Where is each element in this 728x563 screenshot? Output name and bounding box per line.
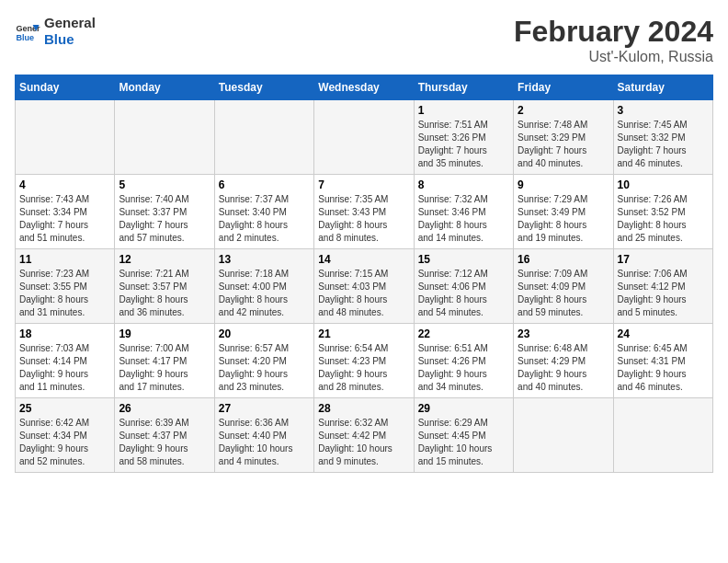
day-number: 27 bbox=[219, 402, 310, 415]
calendar-table: SundayMondayTuesdayWednesdayThursdayFrid… bbox=[15, 75, 713, 473]
day-info: Sunrise: 7:09 AM Sunset: 4:09 PM Dayligh… bbox=[518, 268, 609, 319]
calendar-cell: 7Sunrise: 7:35 AM Sunset: 3:43 PM Daylig… bbox=[314, 175, 414, 249]
day-info: Sunrise: 6:51 AM Sunset: 4:26 PM Dayligh… bbox=[418, 342, 509, 394]
page-header: General Blue General Blue February 2024 … bbox=[15, 15, 713, 65]
day-number: 19 bbox=[119, 327, 210, 340]
day-number: 10 bbox=[618, 178, 709, 191]
weekday-header-saturday: Saturday bbox=[613, 75, 712, 100]
day-number: 3 bbox=[618, 104, 709, 117]
calendar-cell: 26Sunrise: 6:39 AM Sunset: 4:37 PM Dayli… bbox=[115, 398, 214, 473]
day-info: Sunrise: 6:39 AM Sunset: 4:37 PM Dayligh… bbox=[119, 417, 210, 468]
calendar-cell: 21Sunrise: 6:54 AM Sunset: 4:23 PM Dayli… bbox=[314, 324, 414, 398]
day-number: 12 bbox=[119, 253, 210, 266]
day-info: Sunrise: 7:21 AM Sunset: 3:57 PM Dayligh… bbox=[119, 268, 210, 319]
calendar-week-row: 25Sunrise: 6:42 AM Sunset: 4:34 PM Dayli… bbox=[16, 398, 713, 473]
weekday-header-sunday: Sunday bbox=[16, 75, 115, 100]
day-info: Sunrise: 7:18 AM Sunset: 4:00 PM Dayligh… bbox=[219, 268, 310, 319]
weekday-header-friday: Friday bbox=[514, 75, 613, 100]
calendar-cell: 23Sunrise: 6:48 AM Sunset: 4:29 PM Dayli… bbox=[514, 324, 613, 398]
calendar-cell: 25Sunrise: 6:42 AM Sunset: 4:34 PM Dayli… bbox=[16, 398, 115, 473]
title-section: February 2024 Ust'-Kulom, Russia bbox=[514, 15, 713, 65]
day-info: Sunrise: 6:45 AM Sunset: 4:31 PM Dayligh… bbox=[618, 342, 709, 394]
calendar-cell: 28Sunrise: 6:32 AM Sunset: 4:42 PM Dayli… bbox=[314, 398, 414, 473]
calendar-cell: 8Sunrise: 7:32 AM Sunset: 3:46 PM Daylig… bbox=[414, 175, 513, 249]
weekday-header-monday: Monday bbox=[115, 75, 214, 100]
day-number: 23 bbox=[518, 327, 609, 340]
day-number: 24 bbox=[618, 327, 709, 340]
day-number: 1 bbox=[418, 104, 509, 117]
day-number: 16 bbox=[518, 253, 609, 266]
day-number: 29 bbox=[418, 402, 509, 415]
day-info: Sunrise: 7:26 AM Sunset: 3:52 PM Dayligh… bbox=[618, 193, 709, 245]
day-info: Sunrise: 7:37 AM Sunset: 3:40 PM Dayligh… bbox=[219, 193, 310, 245]
day-info: Sunrise: 6:54 AM Sunset: 4:23 PM Dayligh… bbox=[318, 342, 409, 394]
day-number: 21 bbox=[318, 327, 409, 340]
day-number: 7 bbox=[318, 178, 409, 191]
day-number: 5 bbox=[119, 178, 210, 191]
day-info: Sunrise: 6:32 AM Sunset: 4:42 PM Dayligh… bbox=[318, 417, 409, 468]
weekday-header-row: SundayMondayTuesdayWednesdayThursdayFrid… bbox=[16, 75, 713, 100]
day-info: Sunrise: 7:43 AM Sunset: 3:34 PM Dayligh… bbox=[19, 193, 110, 245]
day-info: Sunrise: 7:32 AM Sunset: 3:46 PM Dayligh… bbox=[418, 193, 509, 245]
day-info: Sunrise: 7:29 AM Sunset: 3:49 PM Dayligh… bbox=[518, 193, 609, 245]
calendar-cell: 27Sunrise: 6:36 AM Sunset: 4:40 PM Dayli… bbox=[214, 398, 313, 473]
day-number: 20 bbox=[219, 327, 310, 340]
calendar-cell: 5Sunrise: 7:40 AM Sunset: 3:37 PM Daylig… bbox=[115, 175, 214, 249]
day-info: Sunrise: 7:03 AM Sunset: 4:14 PM Dayligh… bbox=[19, 342, 110, 394]
day-number: 14 bbox=[318, 253, 409, 266]
day-info: Sunrise: 7:15 AM Sunset: 4:03 PM Dayligh… bbox=[318, 268, 409, 319]
day-number: 6 bbox=[219, 178, 310, 191]
main-title: February 2024 bbox=[514, 15, 713, 49]
day-number: 18 bbox=[19, 327, 110, 340]
calendar-cell: 12Sunrise: 7:21 AM Sunset: 3:57 PM Dayli… bbox=[115, 249, 214, 324]
calendar-cell: 29Sunrise: 6:29 AM Sunset: 4:45 PM Dayli… bbox=[414, 398, 513, 473]
calendar-cell bbox=[514, 398, 613, 473]
day-info: Sunrise: 6:36 AM Sunset: 4:40 PM Dayligh… bbox=[219, 417, 310, 468]
calendar-cell: 22Sunrise: 6:51 AM Sunset: 4:26 PM Dayli… bbox=[414, 324, 513, 398]
calendar-cell bbox=[115, 100, 214, 175]
day-info: Sunrise: 7:23 AM Sunset: 3:55 PM Dayligh… bbox=[19, 268, 110, 319]
day-info: Sunrise: 7:00 AM Sunset: 4:17 PM Dayligh… bbox=[119, 342, 210, 394]
logo-blue: Blue bbox=[44, 31, 96, 48]
day-info: Sunrise: 6:29 AM Sunset: 4:45 PM Dayligh… bbox=[418, 417, 509, 468]
day-info: Sunrise: 7:12 AM Sunset: 4:06 PM Dayligh… bbox=[418, 268, 509, 319]
calendar-cell bbox=[214, 100, 313, 175]
day-info: Sunrise: 7:51 AM Sunset: 3:26 PM Dayligh… bbox=[418, 119, 509, 170]
day-number: 17 bbox=[618, 253, 709, 266]
calendar-cell: 6Sunrise: 7:37 AM Sunset: 3:40 PM Daylig… bbox=[214, 175, 313, 249]
weekday-header-thursday: Thursday bbox=[414, 75, 513, 100]
calendar-cell: 24Sunrise: 6:45 AM Sunset: 4:31 PM Dayli… bbox=[613, 324, 712, 398]
calendar-week-row: 4Sunrise: 7:43 AM Sunset: 3:34 PM Daylig… bbox=[16, 175, 713, 249]
day-info: Sunrise: 6:48 AM Sunset: 4:29 PM Dayligh… bbox=[518, 342, 609, 394]
calendar-week-row: 11Sunrise: 7:23 AM Sunset: 3:55 PM Dayli… bbox=[16, 249, 713, 324]
day-info: Sunrise: 6:42 AM Sunset: 4:34 PM Dayligh… bbox=[19, 417, 110, 468]
logo-general: General bbox=[44, 15, 96, 31]
day-number: 8 bbox=[418, 178, 509, 191]
calendar-cell: 4Sunrise: 7:43 AM Sunset: 3:34 PM Daylig… bbox=[16, 175, 115, 249]
day-number: 9 bbox=[518, 178, 609, 191]
day-info: Sunrise: 7:45 AM Sunset: 3:32 PM Dayligh… bbox=[618, 119, 709, 170]
day-number: 11 bbox=[19, 253, 110, 266]
calendar-cell: 20Sunrise: 6:57 AM Sunset: 4:20 PM Dayli… bbox=[214, 324, 313, 398]
calendar-cell: 17Sunrise: 7:06 AM Sunset: 4:12 PM Dayli… bbox=[613, 249, 712, 324]
calendar-cell: 10Sunrise: 7:26 AM Sunset: 3:52 PM Dayli… bbox=[613, 175, 712, 249]
calendar-cell: 19Sunrise: 7:00 AM Sunset: 4:17 PM Dayli… bbox=[115, 324, 214, 398]
day-number: 13 bbox=[219, 253, 310, 266]
weekday-header-wednesday: Wednesday bbox=[314, 75, 414, 100]
subtitle: Ust'-Kulom, Russia bbox=[514, 49, 713, 65]
day-info: Sunrise: 6:57 AM Sunset: 4:20 PM Dayligh… bbox=[219, 342, 310, 394]
day-number: 2 bbox=[518, 104, 609, 117]
day-number: 25 bbox=[19, 402, 110, 415]
day-number: 26 bbox=[119, 402, 210, 415]
calendar-cell: 15Sunrise: 7:12 AM Sunset: 4:06 PM Dayli… bbox=[414, 249, 513, 324]
calendar-cell: 14Sunrise: 7:15 AM Sunset: 4:03 PM Dayli… bbox=[314, 249, 414, 324]
calendar-cell: 1Sunrise: 7:51 AM Sunset: 3:26 PM Daylig… bbox=[414, 100, 513, 175]
calendar-cell: 9Sunrise: 7:29 AM Sunset: 3:49 PM Daylig… bbox=[514, 175, 613, 249]
day-info: Sunrise: 7:48 AM Sunset: 3:29 PM Dayligh… bbox=[518, 119, 609, 170]
day-info: Sunrise: 7:35 AM Sunset: 3:43 PM Dayligh… bbox=[318, 193, 409, 245]
calendar-cell: 18Sunrise: 7:03 AM Sunset: 4:14 PM Dayli… bbox=[16, 324, 115, 398]
calendar-cell: 3Sunrise: 7:45 AM Sunset: 3:32 PM Daylig… bbox=[613, 100, 712, 175]
day-info: Sunrise: 7:06 AM Sunset: 4:12 PM Dayligh… bbox=[618, 268, 709, 319]
calendar-cell bbox=[314, 100, 414, 175]
weekday-header-tuesday: Tuesday bbox=[214, 75, 313, 100]
